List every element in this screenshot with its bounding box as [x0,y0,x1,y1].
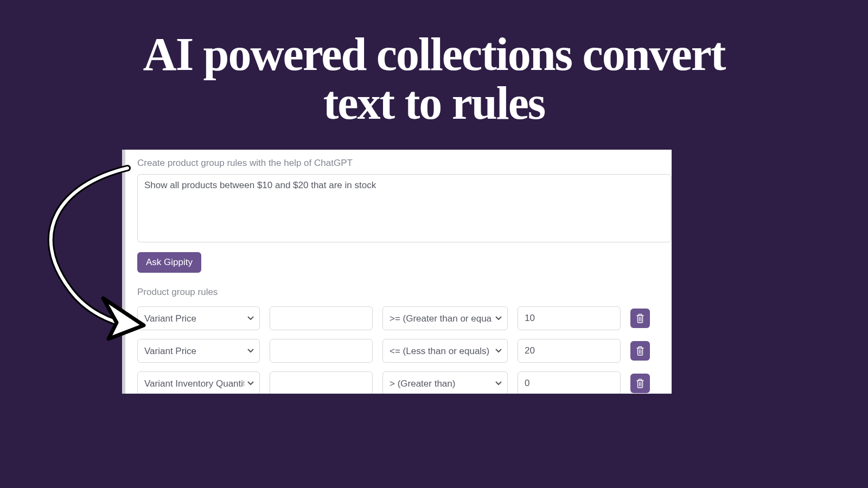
rule-attribute-select[interactable]: Variant Price [137,339,260,363]
rule-value-input[interactable] [518,371,621,394]
delete-rule-button[interactable] [630,341,650,361]
rule-attribute-select[interactable]: Variant Inventory Quantity [137,371,260,394]
delete-rule-button[interactable] [630,374,650,393]
rule-operator-select[interactable]: >= (Greater than or equals) [382,306,508,330]
trash-icon [636,378,644,388]
rule-value-input[interactable] [518,339,621,363]
ask-button[interactable]: Ask Gippity [137,252,201,273]
headline: AI powered collections convert text to r… [136,30,732,128]
rule-row: Variant Price <= (Less than or equals) [137,339,672,363]
rule-row: Variant Price >= (Greater than or equals… [137,306,672,330]
prompt-textarea[interactable]: Show all products between $10 and $20 th… [137,174,671,242]
rule-operator-select[interactable]: <= (Less than or equals) [382,339,508,363]
prompt-label: Create product group rules with the help… [137,158,672,169]
rule-row: Variant Inventory Quantity > (Greater th… [137,371,672,394]
rules-section-label: Product group rules [137,287,672,298]
rule-mid-input[interactable] [270,371,373,394]
rule-value-input[interactable] [518,306,621,330]
trash-icon [636,313,644,323]
rule-attribute-select[interactable]: Variant Price [137,306,260,330]
rule-mid-input[interactable] [270,339,373,363]
delete-rule-button[interactable] [630,309,650,328]
trash-icon [636,346,644,356]
rule-mid-input[interactable] [270,306,373,330]
rules-panel: Create product group rules with the help… [122,150,672,394]
rule-operator-select[interactable]: > (Greater than) [382,371,508,394]
